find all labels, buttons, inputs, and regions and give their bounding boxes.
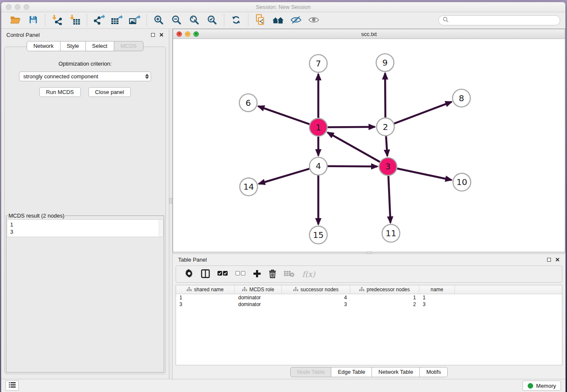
toolbar-separator — [87, 14, 87, 26]
export-network-button[interactable] — [91, 14, 107, 27]
deselect-all-button[interactable] — [235, 271, 245, 277]
open-session-button[interactable] — [7, 14, 23, 27]
function-builder-button[interactable]: f(x) — [302, 270, 315, 279]
table-panel-header: Table Panel ✕ — [173, 254, 565, 265]
tab-node-table[interactable]: Node Table — [290, 367, 332, 377]
run-mcds-button[interactable]: Run MCDS — [39, 87, 81, 97]
close-panel-icon[interactable]: ✕ — [159, 32, 164, 38]
mcds-result-area[interactable]: 1 3 — [7, 219, 163, 237]
columns-icon — [201, 269, 210, 279]
graph-node-label: 9 — [383, 58, 388, 68]
horizontal-splitter[interactable] — [173, 252, 565, 254]
column-header-name[interactable]: name — [419, 285, 455, 294]
table-cell: 3 — [419, 301, 455, 307]
zoom-in-icon — [154, 15, 164, 26]
graph-node-6[interactable]: 6 — [239, 94, 257, 112]
export-image-button[interactable] — [127, 14, 143, 27]
graph-node-8[interactable]: 8 — [453, 89, 471, 107]
select-all-icon — [217, 271, 228, 277]
zoom-in-button[interactable] — [151, 14, 167, 27]
table-row[interactable]: 1dominator411 — [176, 294, 562, 301]
network-view-window: ✕ − + scc.txt 7968124314101511 — [173, 29, 565, 252]
panel-splitter[interactable] — [169, 29, 173, 379]
import-table-icon — [69, 14, 80, 26]
home-view-button[interactable] — [270, 14, 286, 27]
export-table-button[interactable] — [109, 14, 125, 27]
graph-edge-2-8[interactable] — [394, 102, 451, 124]
close-table-panel-icon[interactable]: ✕ — [555, 257, 560, 262]
graph-edge-4-3[interactable] — [328, 166, 377, 167]
tree-icon — [359, 287, 364, 293]
network-window-title: scc.txt — [173, 31, 565, 37]
graph-edge-3-10[interactable] — [397, 168, 451, 180]
graph-node-14[interactable]: 14 — [240, 178, 258, 196]
control-panel-header: Control Panel ✕ — [1, 29, 169, 41]
tab-mcds[interactable]: MCDS — [114, 41, 143, 51]
zoom-out-button[interactable] — [168, 14, 184, 27]
column-header-successor-nodes[interactable]: successor nodes — [282, 285, 350, 294]
duplicate-view-button[interactable] — [252, 14, 268, 27]
delete-column-button[interactable] — [269, 269, 276, 279]
control-panel-title: Control Panel — [6, 32, 40, 38]
show-all-button[interactable] — [306, 14, 322, 27]
graph-node-label: 15 — [313, 230, 324, 240]
graph-node-15[interactable]: 15 — [309, 226, 327, 244]
column-header-shared-name[interactable]: shared name — [176, 285, 235, 294]
search-input[interactable] — [451, 17, 556, 24]
graph-node-9[interactable]: 9 — [376, 54, 394, 72]
graph-node-11[interactable]: 11 — [382, 224, 400, 242]
graph-edge-3-11[interactable] — [388, 176, 391, 223]
splitter-grip[interactable] — [169, 198, 172, 204]
tree-icon — [187, 287, 192, 293]
hide-selected-button[interactable] — [288, 14, 304, 27]
delete-table-button[interactable] — [284, 270, 295, 279]
zoom-fit-button[interactable] — [186, 14, 202, 27]
graph-edge-1-2[interactable] — [328, 127, 375, 127]
task-history-button[interactable] — [6, 381, 19, 391]
graph-edge-2-3[interactable] — [386, 136, 387, 156]
column-header-predecessor-nodes[interactable]: predecessor nodes — [350, 285, 419, 294]
tab-select[interactable]: Select — [86, 41, 114, 51]
table-row[interactable]: 3dominator323 — [176, 301, 562, 308]
add-column-button[interactable] — [253, 270, 261, 279]
graph-node-4[interactable]: 4 — [309, 157, 327, 175]
zoom-fit-icon — [189, 15, 199, 26]
tab-motifs[interactable]: Motifs — [420, 367, 448, 377]
graph-edge-3-1[interactable] — [328, 133, 380, 162]
graph-edge-4-14[interactable] — [259, 169, 310, 184]
memory-button[interactable]: Memory — [523, 381, 561, 391]
column-header-mcds-role[interactable]: MCDS role — [235, 285, 282, 294]
tab-network[interactable]: Network — [27, 41, 61, 51]
tab-style[interactable]: Style — [61, 41, 86, 51]
float-table-panel-icon[interactable] — [547, 258, 551, 262]
import-network-button[interactable] — [49, 14, 65, 27]
network-canvas[interactable]: 7968124314101511 — [173, 39, 565, 252]
graph-node-label: 8 — [459, 93, 464, 103]
list-icon — [9, 382, 16, 389]
column-label: MCDS role — [249, 287, 274, 293]
zoom-selected-button[interactable] — [204, 14, 220, 27]
table-cell: 4 — [282, 295, 350, 301]
optimization-criterion-select[interactable]: strongly connected component — [19, 72, 151, 81]
result-scrollbar[interactable] — [159, 220, 162, 236]
float-panel-icon[interactable] — [151, 33, 155, 37]
select-all-button[interactable] — [217, 271, 228, 277]
graph-node-2[interactable]: 2 — [377, 118, 394, 136]
graph-edge-1-6[interactable] — [258, 106, 309, 124]
graph-node-1[interactable]: 1 — [309, 119, 327, 136]
graph-node-7[interactable]: 7 — [309, 55, 327, 72]
graph-node-10[interactable]: 10 — [453, 173, 471, 191]
show-columns-button[interactable] — [201, 269, 210, 279]
graph-edge-2-9[interactable] — [385, 73, 385, 118]
refresh-button[interactable] — [228, 14, 244, 27]
graph-node-label: 7 — [316, 58, 321, 69]
tab-edge-table[interactable]: Edge Table — [331, 367, 372, 377]
horizontal-splitter-grip[interactable] — [366, 251, 372, 254]
node-table: shared nameMCDS rolesuccessor nodesprede… — [176, 285, 562, 365]
import-table-button[interactable] — [67, 14, 83, 27]
graph-node-3[interactable]: 3 — [379, 157, 397, 175]
tab-network-table[interactable]: Network Table — [372, 367, 420, 377]
table-settings-button[interactable] — [185, 269, 193, 279]
save-session-button[interactable] — [25, 14, 41, 27]
close-panel-button[interactable]: Close panel — [88, 87, 131, 97]
